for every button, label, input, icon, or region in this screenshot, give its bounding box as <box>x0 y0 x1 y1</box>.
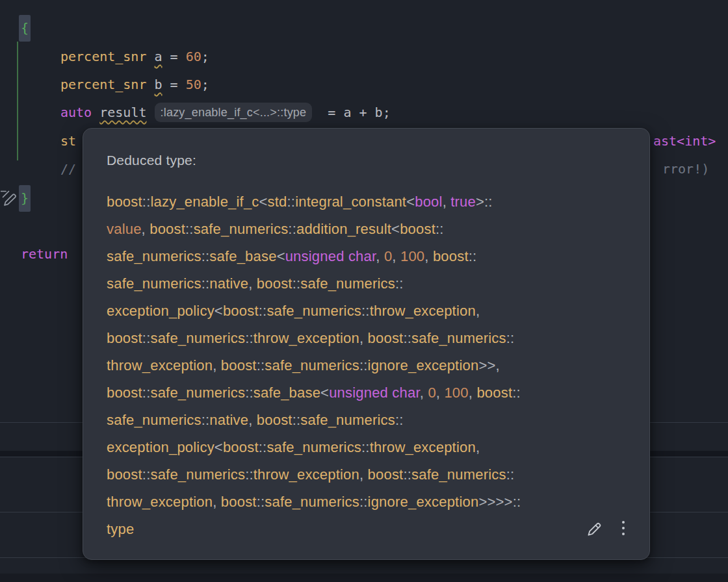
code-token: st <box>60 133 76 149</box>
type-token: exception_policy <box>107 303 214 319</box>
kebab-menu-icon[interactable] <box>619 517 627 539</box>
type-token: 0 <box>428 385 436 401</box>
code-line: auto result :lazy_enable_if_c<...>::type… <box>60 99 391 127</box>
type-token: safe_numerics <box>107 248 202 264</box>
type-token: safe_numerics <box>266 439 361 455</box>
type-token: :: <box>245 385 254 401</box>
type-token: safe_numerics <box>150 330 245 346</box>
type-token: boost <box>433 248 469 264</box>
code-editor: {percent_snr a = 60;percent_snr b = 50;a… <box>0 0 728 582</box>
type-line: value, boost::safe_numerics::addition_re… <box>107 216 630 243</box>
type-token: :: <box>142 330 151 346</box>
type-token: boost <box>257 412 292 428</box>
type-token: < <box>214 303 223 319</box>
code-line: percent_snr a = 60; <box>60 43 209 71</box>
type-line: throw_exception, boost::safe_numerics::i… <box>107 352 630 379</box>
type-token: native <box>209 412 248 428</box>
code-line: } <box>19 184 31 212</box>
vcs-added-marker <box>17 42 18 160</box>
type-token: :: <box>202 248 210 264</box>
type-token: :: <box>484 194 493 210</box>
type-line: exception_policy<boost::safe_numerics::t… <box>107 434 630 461</box>
code-token: 50 <box>186 77 202 92</box>
type-token: type <box>107 521 134 537</box>
type-token: :: <box>142 466 151 483</box>
type-token: :: <box>513 494 521 510</box>
type-token: safe_base <box>209 248 276 264</box>
type-line: safe_numerics::native, boost::safe_numer… <box>107 407 630 434</box>
type-token: safe_numerics <box>300 412 395 428</box>
type-line: throw_exception, boost::safe_numerics::i… <box>107 488 630 516</box>
type-token: safe_numerics <box>411 330 506 346</box>
type-token: :: <box>395 275 404 292</box>
type-line: boost::safe_numerics::safe_base<unsigned… <box>107 379 630 407</box>
type-token: , <box>476 303 480 319</box>
type-token: :: <box>403 330 411 346</box>
type-token: :: <box>257 357 265 373</box>
type-token: char <box>348 248 376 264</box>
code-token <box>146 105 154 120</box>
code-line: st <box>60 127 76 155</box>
type-token: safe_numerics <box>265 494 359 510</box>
type-token: :: <box>506 466 515 483</box>
type-token: :: <box>403 466 411 483</box>
type-line: type <box>107 516 630 543</box>
type-token: safe_numerics <box>411 466 506 483</box>
type-token: :: <box>202 275 210 292</box>
code-token: { <box>19 15 31 42</box>
type-token: :: <box>292 412 301 428</box>
type-token: :: <box>359 494 368 510</box>
type-token: 0 <box>384 248 392 264</box>
type-token: native <box>209 275 248 292</box>
type-token: :: <box>257 494 265 510</box>
code-token: ; <box>202 49 209 64</box>
type-token: bool <box>415 194 442 210</box>
type-token: ignore_exception <box>368 494 479 510</box>
type-token: boost <box>368 466 404 483</box>
type-token: :: <box>361 439 370 455</box>
type-line: exception_policy<boost::safe_numerics::t… <box>107 297 630 325</box>
type-token: throw_exception <box>107 357 213 373</box>
type-token: boost <box>107 194 142 210</box>
code-token: = a + b; <box>312 105 390 120</box>
type-token: safe_numerics <box>107 412 202 428</box>
type-token: throw_exception <box>254 330 359 346</box>
type-token: 100 <box>444 385 468 401</box>
code-token: rror!) <box>662 161 709 177</box>
type-token: :: <box>506 330 515 346</box>
type-token: safe_numerics <box>194 221 289 237</box>
code-token: ast<int> <box>653 133 716 149</box>
code-line: return <box>21 240 68 268</box>
type-token: < <box>320 385 329 401</box>
pencil-strikethrough-icon[interactable] <box>1 188 20 210</box>
type-token: , <box>496 357 500 373</box>
edit-pencil-icon[interactable] <box>583 517 605 539</box>
type-token: :: <box>287 194 296 210</box>
type-token: integral_constant <box>295 194 406 210</box>
type-token: safe_numerics <box>266 303 361 319</box>
code-line: ast<int> <box>653 127 716 155</box>
type-token: > <box>487 494 495 510</box>
type-line: boost::safe_numerics::throw_exception, b… <box>107 461 630 488</box>
type-token: boost <box>223 439 259 455</box>
type-token: unsigned <box>285 248 344 264</box>
type-token: :: <box>436 221 444 237</box>
popup-heading: Deduced type: <box>107 153 196 168</box>
type-token: :: <box>359 357 368 373</box>
type-token: :: <box>202 412 210 428</box>
type-token: addition_result <box>296 221 391 237</box>
code-line: // <box>60 155 76 183</box>
type-inlay-hint[interactable]: :lazy_enable_if_c<...>::type <box>155 103 313 122</box>
type-token: :: <box>142 385 151 401</box>
type-token: < <box>277 248 285 264</box>
type-token: 100 <box>400 248 424 264</box>
code-token <box>92 105 99 120</box>
type-token: boost <box>257 275 292 292</box>
type-token: throw_exception <box>107 494 213 510</box>
type-token: safe_numerics <box>150 466 245 483</box>
type-token: :: <box>185 221 194 237</box>
type-token: > <box>496 494 504 510</box>
type-token: safe_numerics <box>150 385 245 401</box>
type-token: safe_base <box>254 385 320 401</box>
type-token: :: <box>292 275 301 292</box>
